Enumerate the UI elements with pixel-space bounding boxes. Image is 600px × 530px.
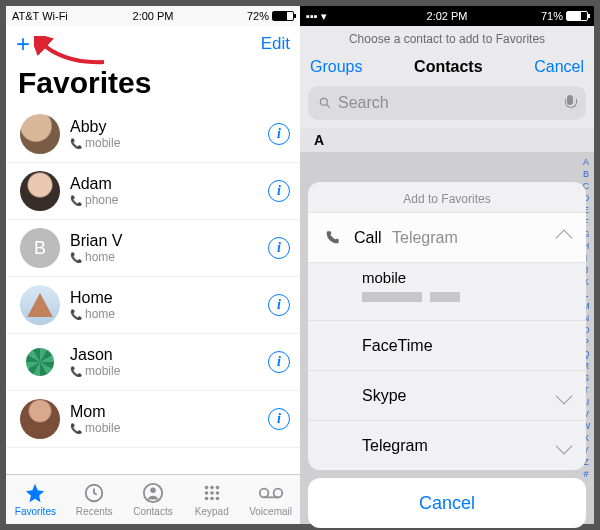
svg-point-7 [210, 491, 214, 495]
option-label: mobile [362, 269, 570, 286]
option-call[interactable]: Call Telegram [308, 212, 586, 262]
favorite-row[interactable]: Mom 📞mobile i [6, 391, 300, 448]
info-button[interactable]: i [268, 180, 290, 202]
phone-icon: 📞 [70, 309, 82, 320]
phone-icon: 📞 [70, 252, 82, 263]
phone-contact-picker: ▪▪▪ ▾ 2:02 PM 71% Choose a contact to ad… [300, 6, 594, 524]
phone-favorites: AT&T Wi-Fi 2:00 PM 72% + Edit Favorites … [6, 6, 300, 524]
battery-icon [566, 11, 588, 21]
tab-favorites[interactable]: Favorites [6, 475, 65, 524]
phone-icon: 📞 [70, 366, 82, 377]
option-skype[interactable]: Skype [308, 370, 586, 420]
clock-icon [83, 482, 105, 504]
sheet-cancel-button[interactable]: Cancel [308, 478, 586, 528]
option-label: Telegram [362, 437, 428, 455]
cancel-button[interactable]: Cancel [534, 58, 584, 76]
option-label: Skype [362, 387, 406, 405]
option-facetime[interactable]: FaceTime [308, 320, 586, 370]
tab-recents[interactable]: Recents [65, 475, 124, 524]
phone-icon: 📞 [70, 138, 82, 149]
option-mobile[interactable]: mobile [308, 262, 586, 320]
svg-point-6 [204, 491, 208, 495]
redacted-number [430, 292, 460, 302]
chevron-down-icon [556, 437, 573, 454]
status-bar-left: AT&T Wi-Fi 2:00 PM 72% [6, 6, 300, 26]
person-icon [142, 482, 164, 504]
picker-prompt: Choose a contact to add to Favorites [300, 26, 594, 54]
contact-type: phone [85, 193, 118, 207]
groups-button[interactable]: Groups [310, 58, 362, 76]
tab-contacts[interactable]: Contacts [124, 475, 183, 524]
add-favorite-button[interactable]: + [16, 32, 30, 56]
search-icon [318, 96, 332, 110]
info-button[interactable]: i [268, 294, 290, 316]
contact-name: Mom [70, 403, 268, 421]
redacted-number [362, 292, 422, 302]
favorite-row[interactable]: B Brian V 📞home i [6, 220, 300, 277]
contact-type: home [85, 307, 115, 321]
page-title: Favorites [6, 62, 300, 106]
avatar: B [20, 228, 60, 268]
status-bar-right: ▪▪▪ ▾ 2:02 PM 71% [300, 6, 594, 26]
contact-name: Jason [70, 346, 268, 364]
contact-type: mobile [85, 364, 120, 378]
option-label: Call [354, 229, 382, 246]
contact-name: Adam [70, 175, 268, 193]
avatar [20, 171, 60, 211]
action-sheet: Add to Favorites Call Telegram mobile [308, 182, 586, 516]
info-button[interactable]: i [268, 123, 290, 145]
svg-point-12 [259, 489, 268, 498]
status-time: 2:02 PM [300, 10, 594, 22]
tab-voicemail[interactable]: Voicemail [241, 475, 300, 524]
search-placeholder: Search [338, 94, 389, 112]
battery-icon [272, 11, 294, 21]
svg-point-5 [215, 486, 219, 490]
sheet-title: Add to Favorites [308, 182, 586, 212]
search-input[interactable]: Search [308, 86, 586, 120]
tab-bar: Favorites Recents Contacts Keypad Voicem… [6, 474, 300, 524]
avatar [20, 114, 60, 154]
edit-button[interactable]: Edit [261, 34, 290, 54]
favorite-row[interactable]: Abby 📞mobile i [6, 106, 300, 163]
info-button[interactable]: i [268, 237, 290, 259]
favorite-row[interactable]: Adam 📞phone i [6, 163, 300, 220]
contact-type: home [85, 250, 115, 264]
svg-point-15 [320, 98, 327, 105]
mic-icon[interactable] [564, 95, 576, 111]
option-label: FaceTime [362, 337, 433, 355]
favorite-row[interactable]: Home 📞home i [6, 277, 300, 334]
tab-keypad[interactable]: Keypad [182, 475, 241, 524]
phone-icon: 📞 [70, 195, 82, 206]
svg-line-16 [327, 105, 330, 108]
keypad-icon [201, 482, 223, 504]
svg-point-2 [150, 488, 156, 494]
contact-name: Brian V [70, 232, 268, 250]
phone-icon [324, 230, 340, 246]
phone-icon: 📞 [70, 423, 82, 434]
contact-type: mobile [85, 136, 120, 150]
contact-type: mobile [85, 421, 120, 435]
picker-title: Contacts [414, 58, 482, 76]
avatar [20, 285, 60, 325]
option-secondary: Telegram [392, 229, 458, 246]
contact-name: Abby [70, 118, 268, 136]
info-button[interactable]: i [268, 351, 290, 373]
chevron-up-icon [556, 229, 573, 246]
info-button[interactable]: i [268, 408, 290, 430]
svg-point-10 [210, 497, 214, 501]
svg-point-8 [215, 491, 219, 495]
star-icon [24, 482, 46, 504]
option-telegram[interactable]: Telegram [308, 420, 586, 470]
favorite-row[interactable]: Jason 📞mobile i [6, 334, 300, 391]
svg-point-11 [215, 497, 219, 501]
svg-point-9 [204, 497, 208, 501]
svg-point-4 [210, 486, 214, 490]
chevron-down-icon [556, 387, 573, 404]
section-header: A [300, 128, 594, 152]
voicemail-icon [258, 482, 284, 504]
svg-point-3 [204, 486, 208, 490]
contact-name: Home [70, 289, 268, 307]
avatar [20, 399, 60, 439]
svg-point-13 [273, 489, 282, 498]
status-time: 2:00 PM [6, 10, 300, 22]
